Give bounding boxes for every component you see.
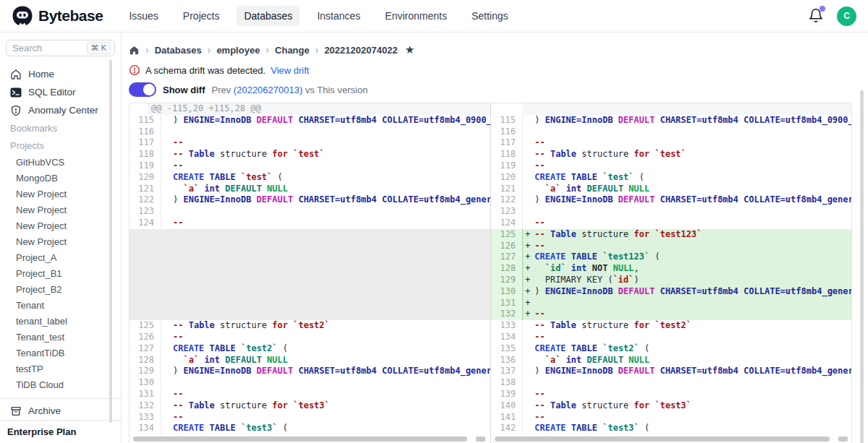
schema-diff-view: @@ -115,20 +115,28 @@115) ENGINE=InnoDB … <box>129 103 852 443</box>
diff-line: 117-- <box>491 137 852 149</box>
line-number: 116 <box>491 126 523 138</box>
breadcrumb-home-icon[interactable] <box>129 45 140 56</box>
nav-item-databases[interactable]: Databases <box>237 6 299 26</box>
main-content: ›Databases›employee›Change›2022120207402… <box>122 33 868 443</box>
diff-line: 139-- <box>491 389 852 400</box>
line-number: 132 <box>129 400 161 412</box>
horizontal-scrollbar[interactable] <box>129 434 490 443</box>
diff-pane-previous[interactable]: @@ -115,20 +115,28 @@115) ENGINE=InnoDB … <box>129 103 491 443</box>
alert-message: A schema drift was detected. <box>145 65 265 76</box>
diff-line-added: 131+ <box>491 298 852 309</box>
project-item[interactable]: Project_A <box>6 249 115 265</box>
star-icon[interactable]: ★ <box>405 43 414 56</box>
line-number: 130 <box>129 377 161 389</box>
line-number: 131 <box>129 389 161 400</box>
horizontal-scrollbar[interactable] <box>491 434 852 443</box>
diff-line: 120CREATE TABLE `test` ( <box>491 172 852 184</box>
project-item[interactable]: Tenant <box>6 297 115 313</box>
line-number: 123 <box>491 206 523 218</box>
diff-line-added: 130+) ENGINE=InnoDB DEFAULT CHARSET=utf8… <box>491 286 852 298</box>
sidebar-scrollbar[interactable] <box>109 60 112 423</box>
project-item[interactable]: MongoDB <box>6 170 115 186</box>
line-number: 138 <box>491 377 523 389</box>
sidebar-item-sql-editor[interactable]: SQL Editor <box>6 83 115 101</box>
line-number: 133 <box>491 320 523 332</box>
line-number: 117 <box>491 137 523 149</box>
project-item[interactable]: TiDB Cloud <box>6 377 115 392</box>
project-item[interactable]: New Project <box>6 233 115 249</box>
user-avatar[interactable]: C <box>837 7 856 26</box>
line-number: 134 <box>491 332 523 343</box>
nav-item-instances[interactable]: Instances <box>310 6 367 26</box>
line-number: 136 <box>491 355 523 366</box>
line-number: 119 <box>129 160 161 172</box>
breadcrumb-item[interactable]: employee <box>216 45 260 56</box>
toggle-knob <box>143 84 155 95</box>
notification-bell-button[interactable] <box>808 8 824 24</box>
line-number: 116 <box>129 126 161 138</box>
main-nav: IssuesProjectsDatabasesInstancesEnvironm… <box>122 6 515 26</box>
brand-name: Bytebase <box>38 7 103 25</box>
diff-line: 134-- <box>491 332 852 343</box>
breadcrumb-item[interactable]: Databases <box>155 45 202 56</box>
breadcrumb-item[interactable]: Change <box>275 45 310 56</box>
top-navbar: Bytebase IssuesProjectsDatabasesInstance… <box>0 0 868 33</box>
project-item[interactable]: tenant_label <box>6 313 115 329</box>
diff-line: 132-- Table structure for `test3` <box>129 400 490 412</box>
sidebar-item-anomaly-center[interactable]: Anomaly Center <box>6 101 115 119</box>
show-diff-toggle[interactable] <box>129 82 156 97</box>
terminal-icon <box>10 87 22 98</box>
line-number: 132 <box>491 309 523 320</box>
project-item[interactable]: Project_B1 <box>6 265 115 281</box>
prev-version-link[interactable]: (202206270013) <box>234 85 302 95</box>
project-item[interactable]: New Project <box>6 186 115 202</box>
nav-item-settings[interactable]: Settings <box>464 6 516 26</box>
diff-line: 127CREATE TABLE `test2` ( <box>129 343 490 355</box>
line-number: 128 <box>129 355 161 366</box>
nav-item-environments[interactable]: Environments <box>378 6 454 26</box>
nav-item-issues[interactable]: Issues <box>122 6 165 26</box>
sidebar-item-label: Anomaly Center <box>28 105 98 116</box>
sidebar-item-label: Archive <box>28 405 61 416</box>
search-input[interactable]: Search ⌘ K <box>6 40 115 56</box>
diff-line: 124-- <box>491 218 852 229</box>
project-item[interactable]: Project_B2 <box>6 281 115 297</box>
diff-line: 121 `a` int DEFAULT NULL <box>129 184 490 195</box>
diff-line: 120CREATE TABLE `test` ( <box>129 172 490 184</box>
line-number: 130 <box>491 286 523 298</box>
diff-line: 130 <box>129 377 490 389</box>
page-scrollbar[interactable] <box>860 90 864 443</box>
sidebar-item-archive[interactable]: Archive <box>6 402 115 420</box>
diff-line: 137) ENGINE=InnoDB DEFAULT CHARSET=utf8m… <box>491 366 852 377</box>
line-number: 115 <box>129 115 161 126</box>
project-item[interactable]: Tenant_test <box>6 329 115 345</box>
sidebar-divider <box>0 398 121 399</box>
line-number: 119 <box>491 160 523 172</box>
project-item[interactable]: TenantTiDB <box>6 345 115 361</box>
diff-pane-current[interactable]: 115) ENGINE=InnoDB DEFAULT CHARSET=utf8m… <box>491 103 852 443</box>
breadcrumb-item[interactable]: 20221202074022 <box>324 45 397 56</box>
diff-line: 133-- Table structure for `test2` <box>491 320 852 332</box>
line-number: 120 <box>491 172 523 184</box>
diff-line: 119-- <box>491 160 852 172</box>
diff-line-added: 125+-- Table structure for `test123` <box>491 229 852 241</box>
line-number: 123 <box>129 206 161 218</box>
project-list: GitHubVCSMongoDBNew ProjectNew ProjectNe… <box>6 154 115 392</box>
diff-line: 115) ENGINE=InnoDB DEFAULT CHARSET=utf8m… <box>491 115 852 126</box>
sidebar-item-home[interactable]: Home <box>6 65 115 83</box>
nav-item-projects[interactable]: Projects <box>176 6 227 26</box>
line-number: 133 <box>129 412 161 423</box>
diff-line: 116 <box>491 126 852 138</box>
breadcrumb-separator: › <box>315 44 319 56</box>
diff-line: 136 `a` int DEFAULT NULL <box>491 355 852 366</box>
diff-line: 126-- <box>129 332 490 343</box>
project-item[interactable]: testTP <box>6 361 115 377</box>
project-item[interactable]: GitHubVCS <box>6 154 115 170</box>
view-drift-link[interactable]: View drift <box>271 65 309 76</box>
project-item[interactable]: New Project <box>6 202 115 218</box>
diff-line: 142CREATE TABLE `test3` ( <box>491 423 852 434</box>
line-number: 141 <box>491 412 523 423</box>
bytebase-logo[interactable]: Bytebase <box>12 5 103 27</box>
project-item[interactable]: New Project <box>6 218 115 233</box>
line-number: 126 <box>491 241 523 252</box>
